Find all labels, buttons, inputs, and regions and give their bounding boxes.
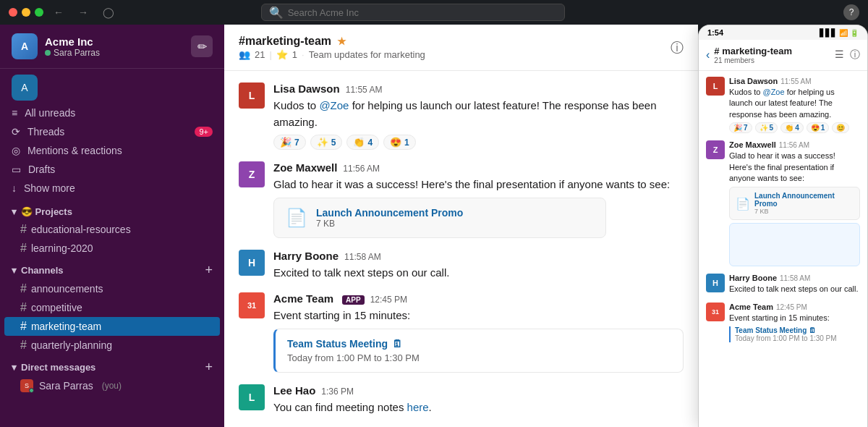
channels-label: Channels (21, 265, 64, 276)
channel-item-learning[interactable]: # learning-2020 (0, 239, 224, 258)
dm-name: Sara Parras (39, 380, 93, 392)
mobile-message-content: Harry Boone 11:58 AM Excited to talk nex… (729, 274, 860, 295)
mobile-reactions: 🎉7 ✨5 👏4 😍1 😊 (729, 122, 860, 133)
mobile-file-info: Launch Announcement Promo 7 KB (754, 192, 854, 215)
mobile-reaction[interactable]: 😍1 (807, 122, 830, 133)
event-emoji: 🗓 (392, 338, 402, 350)
message-header: Harry Boone 11:58 AM (273, 250, 684, 262)
mobile-reaction[interactable]: 👏4 (780, 122, 804, 133)
sidebar: A Acme Inc Sara Parras ✏ A ≡ All unreads… (0, 25, 224, 427)
mobile-mention: @Zoe (762, 88, 784, 96)
mobile-event-time: Today from 1:00 PM to 1:30 PM (735, 334, 860, 342)
mobile-reaction-add[interactable]: 😊 (832, 122, 849, 133)
maximize-button[interactable] (35, 8, 43, 17)
battery-icon: 🔋 (850, 29, 859, 37)
hash-icon: # (20, 282, 27, 295)
file-info: Launch Announcement Promo 7 KB (316, 207, 463, 229)
search-icon: 🔍 (269, 6, 284, 20)
reaction[interactable]: 👏4 (346, 135, 379, 150)
dm-collapse-icon: ▾ (12, 362, 17, 373)
mobile-channel-name: # marketing-team (714, 46, 792, 56)
show-more-label: Show more (24, 182, 75, 194)
threads-label: Threads (27, 126, 64, 138)
mobile-file[interactable]: 📄 Launch Announcement Promo 7 KB (729, 187, 860, 220)
add-dm-button[interactable]: + (205, 360, 213, 373)
event-card[interactable]: Team Status Meeting 🗓 Today from 1:00 PM… (273, 329, 684, 373)
message-author: Acme Team (273, 292, 333, 305)
history-button[interactable]: ◯ (98, 4, 119, 21)
meeting-notes-link[interactable]: here (407, 401, 429, 413)
channel-item-competitive[interactable]: # competitive (0, 298, 224, 317)
second-workspace-icon[interactable]: A (12, 75, 38, 101)
mobile-message: L Lisa Dawson 11:55 AM Kudos to @Zoe for… (706, 77, 860, 133)
dm-item-sara[interactable]: S Sara Parras (you) (0, 376, 224, 395)
message-content: Acme Team APP 12:45 PM Event starting in… (273, 292, 684, 373)
channel-item-educational[interactable]: # educational-resources (0, 220, 224, 239)
mobile-file-size: 7 KB (754, 208, 854, 215)
channel-label: learning-2020 (31, 242, 93, 254)
mobile-mockup: 1:54 ▋▋▋ 📶 🔋 ‹ # marketing-team 21 membe… (698, 25, 868, 427)
avatar: H (239, 250, 265, 276)
mobile-message-content: Zoe Maxwell 11:56 AM Glad to hear it was… (729, 140, 860, 266)
projects-section-header[interactable]: ▾ 😎 Projects (0, 200, 224, 220)
channels-section-header[interactable]: ▾ Channels + (0, 258, 224, 279)
file-attachment[interactable]: 📄 Launch Announcement Promo 7 KB (273, 198, 606, 238)
channel-item-quarterly[interactable]: # quarterly-planning (0, 336, 224, 355)
mobile-message: Z Zoe Maxwell 11:56 AM Glad to hear it w… (706, 140, 860, 266)
mobile-event-title: Team Status Meeting 🗓 (735, 326, 860, 334)
mobile-time: 11:58 AM (780, 274, 810, 282)
mobile-header: ‹ # marketing-team 21 members ☰ ⓘ (699, 40, 867, 71)
compose-button[interactable]: ✏ (191, 35, 213, 57)
nav-item-mentions[interactable]: ◎ Mentions & reactions (0, 141, 224, 160)
nav-item-show-more[interactable]: ↓ Show more (0, 179, 224, 198)
nav-item-threads[interactable]: ⟳ Threads 9+ (0, 122, 224, 141)
dm-section-header[interactable]: ▾ Direct messages + (0, 355, 224, 376)
message-author: Zoe Maxwell (273, 161, 337, 174)
unreads-label: All unreads (25, 107, 75, 119)
nav-section: ≡ All unreads ⟳ Threads 9+ ◎ Mentions & … (0, 101, 224, 200)
back-button[interactable]: ← (49, 4, 68, 21)
mobile-author: Acme Team (729, 303, 773, 311)
add-channel-button[interactable]: + (205, 263, 213, 276)
main-content: #marketing-team ★ 👥 21 | ⭐ 1 · Team upda… (224, 25, 698, 427)
search-bar[interactable]: 🔍 (261, 4, 565, 21)
mobile-info-icon[interactable]: ⓘ (850, 48, 860, 62)
close-button[interactable] (9, 8, 17, 17)
nav-item-drafts[interactable]: ▭ Drafts (0, 160, 224, 179)
mobile-reaction[interactable]: 🎉7 (729, 122, 752, 133)
dm-status-dot (29, 388, 34, 393)
reaction[interactable]: ✨5 (310, 135, 343, 150)
nav-item-unreads[interactable]: ≡ All unreads (0, 103, 224, 122)
channel-star-icon[interactable]: ★ (337, 35, 346, 47)
channel-item-marketing[interactable]: # marketing-team (4, 317, 220, 336)
mobile-event: Team Status Meeting 🗓 Today from 1:00 PM… (729, 326, 860, 342)
channel-label: quarterly-planning (31, 339, 112, 351)
message-time: 12:45 PM (370, 295, 407, 305)
channel-title-group: #marketing-team ★ 👥 21 | ⭐ 1 · Team upda… (239, 35, 425, 60)
help-button[interactable]: ? (843, 4, 859, 20)
mobile-list-icon[interactable]: ☰ (835, 48, 844, 62)
message-content: Harry Boone 11:58 AM Excited to talk nex… (273, 250, 684, 282)
search-input[interactable] (288, 7, 557, 18)
message-text: Event starting in 15 minutes: (273, 308, 684, 324)
mobile-statusbar: 1:54 ▋▋▋ 📶 🔋 (699, 25, 867, 40)
mobile-author: Zoe Maxwell (729, 140, 776, 149)
dm-avatar: S (20, 379, 33, 392)
mobile-message-header: Harry Boone 11:58 AM (729, 274, 860, 282)
hash-icon: # (20, 320, 27, 333)
mobile-reaction[interactable]: ✨5 (755, 122, 778, 133)
minimize-button[interactable] (22, 8, 30, 17)
workspace-name[interactable]: Acme Inc (45, 35, 100, 48)
wifi-icon: 📶 (839, 29, 848, 37)
hash-icon: # (20, 339, 27, 352)
channel-item-announcements[interactable]: # announcements (0, 279, 224, 298)
reaction[interactable]: 😍1 (383, 135, 416, 150)
reaction[interactable]: 🎉7 (273, 135, 306, 150)
traffic-lights (9, 8, 43, 17)
forward-button[interactable]: → (74, 4, 93, 21)
mobile-back-button[interactable]: ‹ (706, 48, 710, 62)
mobile-avatar: H (706, 274, 725, 292)
channel-info-button[interactable]: ⓘ (671, 39, 684, 56)
hash-icon: # (20, 301, 27, 314)
show-more-icon: ↓ (12, 182, 17, 194)
